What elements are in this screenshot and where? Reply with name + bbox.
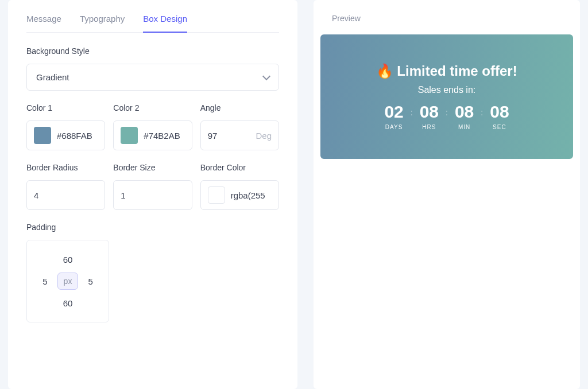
border-radius-input-wrap[interactable] (26, 180, 105, 210)
countdown: 02 DAYS : 08 HRS : 08 MIN : 08 SEC (326, 103, 567, 130)
countdown-hrs: 08 HRS (420, 103, 439, 130)
color1-swatch[interactable] (34, 127, 51, 144)
countdown-sep: : (481, 108, 483, 117)
countdown-days-label: DAYS (384, 124, 403, 130)
tabs: Message Typography Box Design (26, 14, 279, 33)
countdown-hrs-label: HRS (420, 124, 439, 130)
angle-label: Angle (200, 103, 279, 112)
countdown-sep: : (446, 108, 448, 117)
border-size-input-wrap[interactable] (113, 180, 192, 210)
countdown-min: 08 MIN (455, 103, 474, 130)
color1-label: Color 1 (26, 103, 105, 112)
tab-box-design[interactable]: Box Design (143, 14, 187, 33)
padding-label: Padding (26, 223, 279, 232)
countdown-days-num: 02 (384, 103, 403, 120)
color2-swatch[interactable] (121, 127, 138, 144)
background-style-label: Background Style (26, 46, 279, 56)
countdown-sec-num: 08 (490, 103, 509, 120)
preview-panel: Preview 🔥 Limited time offer! Sales ends… (314, 0, 580, 389)
padding-unit-chip[interactable]: px (57, 273, 79, 290)
angle-input[interactable] (208, 131, 250, 141)
preview-label: Preview (320, 14, 573, 34)
preview-box: 🔥 Limited time offer! Sales ends in: 02 … (320, 34, 573, 159)
angle-input-wrap[interactable]: Deg (200, 120, 279, 150)
border-color-swatch[interactable] (208, 186, 225, 204)
tab-message[interactable]: Message (26, 14, 61, 33)
angle-unit: Deg (256, 131, 272, 141)
fire-icon: 🔥 (376, 63, 393, 79)
countdown-days: 02 DAYS (384, 103, 403, 130)
padding-bottom-input[interactable]: 60 (63, 298, 73, 308)
padding-top-input[interactable]: 60 (63, 255, 73, 264)
preview-subtitle: Sales ends in: (326, 85, 567, 95)
countdown-min-num: 08 (455, 103, 474, 120)
padding-left-input[interactable]: 5 (42, 277, 47, 286)
countdown-hrs-num: 08 (420, 103, 439, 120)
settings-panel: Message Typography Box Design Background… (8, 0, 297, 389)
border-radius-label: Border Radius (26, 163, 105, 172)
countdown-sec: 08 SEC (490, 103, 509, 130)
color2-label: Color 2 (113, 103, 192, 112)
border-color-label: Border Color (200, 163, 279, 172)
border-radius-input[interactable] (34, 190, 98, 200)
countdown-min-label: MIN (455, 124, 474, 130)
countdown-sec-label: SEC (490, 124, 509, 130)
border-color-input-wrap[interactable] (200, 180, 279, 210)
color1-input-wrap[interactable] (26, 120, 105, 150)
border-size-input[interactable] (121, 190, 184, 200)
background-style-dropdown[interactable]: Gradient (26, 64, 279, 91)
color2-input[interactable] (144, 131, 184, 141)
color2-input-wrap[interactable] (113, 120, 192, 150)
preview-title: 🔥 Limited time offer! (326, 63, 567, 79)
background-style-value: Gradient (36, 72, 69, 82)
border-size-label: Border Size (113, 163, 192, 172)
padding-right-input[interactable]: 5 (88, 277, 93, 286)
preview-title-text: Limited time offer! (397, 63, 517, 79)
padding-control[interactable]: 60 5 px 5 60 (26, 240, 109, 322)
border-color-input[interactable] (231, 190, 272, 200)
tab-typography[interactable]: Typography (80, 14, 125, 33)
chevron-down-icon (262, 72, 270, 80)
color1-input[interactable] (57, 131, 98, 141)
countdown-sep: : (411, 108, 413, 117)
